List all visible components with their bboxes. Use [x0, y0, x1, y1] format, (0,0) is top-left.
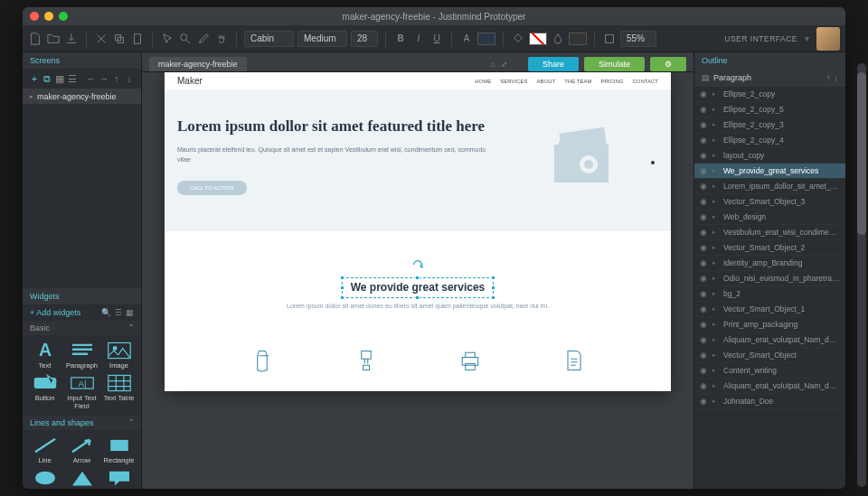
outline-item[interactable]: ◉▸Web_design	[694, 210, 845, 225]
outline-item[interactable]: ◉▸Lorem_ipsum_dollor_sit_amet_…	[694, 179, 845, 194]
share-button[interactable]: Share	[528, 57, 579, 71]
save-icon[interactable]	[64, 32, 79, 46]
expand-icon[interactable]: ▸	[712, 229, 720, 236]
expand-icon[interactable]: ▸	[712, 351, 720, 359]
visibility-icon[interactable]: ◉	[700, 197, 709, 206]
visibility-icon[interactable]: ◉	[700, 151, 709, 160]
expand-icon[interactable]: ▸	[712, 275, 720, 282]
visibility-icon[interactable]: ◉	[700, 136, 709, 145]
visibility-icon[interactable]: ◉	[700, 166, 709, 175]
expand-icon[interactable]: ▸	[712, 167, 720, 174]
user-menu[interactable]: USER INTERFACE	[724, 34, 797, 43]
down-screen-icon[interactable]: ↓	[123, 72, 136, 85]
expand-icon[interactable]: ▸	[712, 198, 720, 205]
outline-up-icon[interactable]: ↑	[826, 73, 831, 82]
zoom-icon[interactable]	[178, 32, 193, 46]
expand-icon[interactable]: ▸	[712, 398, 720, 405]
outline-item[interactable]: ◉▸Ellipse_2_copy_4	[694, 133, 845, 148]
font-family-select[interactable]: Cabin	[244, 31, 294, 47]
up-screen-icon[interactable]: ↑	[110, 72, 123, 85]
widget-input-text[interactable]: A|Input Text Field	[63, 371, 100, 412]
home-icon[interactable]: ⌂	[491, 60, 495, 69]
expand-icon[interactable]: ▸	[712, 90, 720, 98]
services-title[interactable]: We provide great services	[347, 279, 489, 296]
visibility-icon[interactable]: ◉	[700, 89, 709, 98]
outline-item[interactable]: ◉▸Vector_Smart_Object_2	[694, 240, 845, 256]
outline-item[interactable]: ◉▸Ellipse_2_copy_3	[694, 117, 845, 133]
list-icon[interactable]: ☰	[66, 72, 79, 85]
visibility-icon[interactable]: ◉	[700, 243, 709, 252]
visibility-icon[interactable]: ◉	[700, 304, 709, 314]
outline-item[interactable]: ◉▸Johnatan_Doe	[694, 394, 845, 409]
widget-button[interactable]: Button	[26, 371, 63, 412]
outline-item[interactable]: ◉▸Print_amp_packaging	[694, 317, 845, 332]
visibility-icon[interactable]: ◉	[700, 182, 709, 191]
widget-arrow[interactable]: Arrow	[63, 434, 100, 466]
duplicate-screen-icon[interactable]: ⧉	[41, 72, 53, 85]
visibility-icon[interactable]: ◉	[700, 258, 709, 267]
font-size-select[interactable]: 28	[351, 31, 378, 47]
pointer-icon[interactable]	[160, 32, 175, 46]
add-screen-icon[interactable]: +	[28, 72, 41, 85]
outline-item[interactable]: ◉▸Ellipse_2_copy_5	[694, 102, 845, 117]
grid-icon[interactable]: ▦	[53, 72, 66, 85]
visibility-icon[interactable]: ◉	[700, 289, 709, 298]
hand-icon[interactable]	[214, 32, 229, 46]
text-color-icon[interactable]: A	[459, 32, 474, 46]
visibility-icon[interactable]: ◉	[700, 228, 709, 237]
outline-item[interactable]: ◉▸layout_copy	[694, 148, 845, 164]
widget-image[interactable]: Image	[100, 339, 137, 371]
widget-line[interactable]: Line	[26, 434, 63, 466]
widget-ellipse[interactable]: Ellipse	[26, 466, 63, 489]
canvas-scroll[interactable]: Maker HOME SERVICES ABOUT THE TEAM PRICI…	[142, 72, 693, 489]
window-scrollbar[interactable]	[857, 63, 866, 487]
outline-item[interactable]: ◉▸Aliquam_erat_volutpat_Nam_dui_mi_…	[694, 332, 845, 348]
add-widgets-row[interactable]: + Add widgets 🔍 ☰ ▦	[23, 304, 141, 321]
expand-icon[interactable]: ▸	[712, 382, 720, 389]
visibility-icon[interactable]: ◉	[700, 397, 709, 406]
border-icon[interactable]	[602, 32, 617, 46]
expand-icon[interactable]: ▸	[712, 106, 720, 113]
copy-icon[interactable]	[112, 32, 127, 46]
outline-down-icon[interactable]: ↓	[835, 73, 839, 82]
outline-item[interactable]: ◉▸Aliquam_erat_volutpat_Nam_dui_tinc…	[694, 379, 845, 394]
visibility-icon[interactable]: ◉	[700, 366, 709, 375]
text-color-swatch[interactable]	[477, 33, 495, 45]
outline-breadcrumb[interactable]: Paragraph	[713, 73, 751, 82]
expand-icon[interactable]: ▸	[712, 121, 720, 128]
simulate-settings-button[interactable]: ⚙	[650, 57, 686, 71]
canvas-tab[interactable]: maker-agency-freebie	[149, 57, 247, 71]
italic-icon[interactable]: I	[411, 32, 426, 46]
widget-paragraph[interactable]: Paragraph	[63, 339, 100, 371]
underline-icon[interactable]: U	[429, 32, 444, 46]
user-avatar[interactable]	[816, 27, 840, 51]
prev-screen-icon[interactable]: ←	[85, 72, 98, 85]
screen-item[interactable]: maker-agency-freebie	[23, 89, 141, 104]
opacity-icon[interactable]	[551, 32, 565, 46]
outline-item[interactable]: ◉▸Content_writing	[694, 363, 845, 379]
outline-item[interactable]: ◉▸bg_2	[694, 286, 845, 302]
expand-icon[interactable]: ▸	[712, 290, 720, 297]
outline-item[interactable]: ◉▸Ellipse_2_copy	[694, 87, 845, 102]
lines-section-header[interactable]: Lines and shapes˅	[23, 416, 141, 430]
outline-item[interactable]: ◉▸Vestibulum_erat_wisi_condimentum_…	[694, 225, 845, 240]
visibility-icon[interactable]: ◉	[700, 335, 709, 344]
outline-item[interactable]: ◉▸Vector_Smart_Object	[694, 348, 845, 363]
expand-icon[interactable]: ▸	[712, 152, 720, 159]
outline-item[interactable]: ◉▸Vector_Smart_Object_1	[694, 302, 845, 317]
expand-icon[interactable]: ▸	[712, 136, 720, 144]
search-icon[interactable]: 🔍	[101, 308, 111, 317]
visibility-icon[interactable]: ◉	[700, 105, 709, 114]
outline-item[interactable]: ◉▸Identity_amp_Branding	[694, 256, 845, 271]
widget-callout[interactable]: Callout	[100, 466, 137, 489]
visibility-icon[interactable]: ◉	[700, 274, 709, 283]
widget-rectangle[interactable]: Rectangle	[100, 434, 137, 466]
visibility-icon[interactable]: ◉	[700, 212, 709, 221]
expand-icon[interactable]: ▸	[712, 213, 720, 220]
rotate-handle-icon[interactable]	[411, 258, 424, 271]
zoom-select[interactable]: 55%	[620, 31, 656, 47]
new-file-icon[interactable]	[28, 32, 42, 46]
expand-icon[interactable]: ▸	[712, 244, 720, 251]
fill-swatch[interactable]	[529, 33, 547, 45]
outline-item[interactable]: ◉▸Vector_Smart_Object_3	[694, 194, 845, 210]
